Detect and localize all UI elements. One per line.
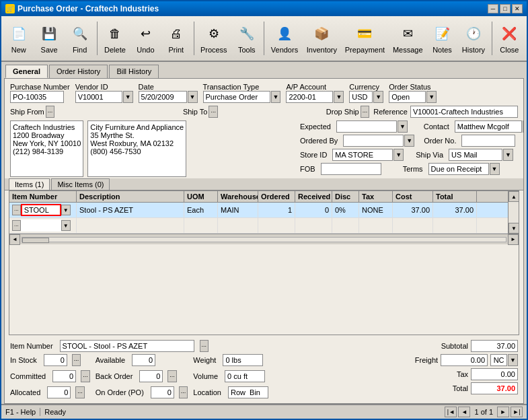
prepayment-button[interactable]: 💳 Prepayment bbox=[342, 19, 388, 58]
item-lookup-2[interactable]: ··· bbox=[12, 220, 21, 231]
ap-account-input[interactable] bbox=[286, 91, 333, 103]
item-number-input-2[interactable] bbox=[21, 219, 61, 232]
item-number-bottom-input[interactable] bbox=[60, 340, 194, 352]
delete-button[interactable]: 🗑 Delete bbox=[100, 19, 129, 58]
order-status-lookup[interactable]: ▼ bbox=[426, 91, 437, 103]
process-button[interactable]: ⚙ Process bbox=[196, 19, 231, 58]
grid-vscrollbar[interactable]: ▲ ▼ bbox=[508, 191, 519, 234]
history-button[interactable]: 🕐 History bbox=[458, 19, 488, 58]
hscroll-thumb[interactable] bbox=[22, 238, 49, 243]
ship-via-input[interactable] bbox=[449, 149, 502, 161]
in-stock-lookup[interactable]: ··· bbox=[72, 354, 81, 366]
toolbar: 📄 New 💾 Save 🔍 Find 🗑 Delete ↩ Undo 🖨 Pr… bbox=[1, 16, 527, 62]
in-stock-input[interactable] bbox=[44, 354, 67, 366]
notes-button[interactable]: 📝 Notes bbox=[428, 19, 457, 58]
delete-label: Delete bbox=[104, 46, 126, 54]
hscroll-right-btn[interactable]: ► bbox=[508, 234, 519, 245]
ordered-by-input[interactable] bbox=[343, 135, 404, 147]
nav-next[interactable]: ► bbox=[497, 407, 509, 417]
maximize-button[interactable]: □ bbox=[500, 4, 511, 13]
store-id-lookup[interactable]: ▼ bbox=[393, 149, 404, 161]
item-number-bottom-lookup[interactable]: ··· bbox=[200, 340, 209, 352]
ship-from-btn[interactable]: ··· bbox=[46, 106, 55, 118]
committed-lookup[interactable]: ··· bbox=[81, 370, 90, 382]
transaction-type-input[interactable] bbox=[203, 91, 270, 103]
allocated-lookup[interactable]: ··· bbox=[75, 386, 85, 398]
inventory-button[interactable]: 📦 Inventory bbox=[303, 19, 341, 58]
expected-lookup[interactable]: ▼ bbox=[398, 120, 408, 133]
date-input[interactable] bbox=[139, 91, 187, 103]
tab-bill-history[interactable]: Bill History bbox=[109, 65, 159, 78]
contact-input[interactable] bbox=[455, 120, 522, 133]
backorder-label: Back Order bbox=[96, 372, 133, 380]
store-id-input[interactable] bbox=[332, 149, 393, 161]
find-button[interactable]: 🔍 Find bbox=[65, 19, 94, 58]
fob-input[interactable] bbox=[321, 163, 381, 175]
location-input[interactable] bbox=[228, 386, 268, 398]
onorder-lookup[interactable]: ··· bbox=[179, 386, 188, 398]
close-window-button[interactable]: ✕ bbox=[512, 4, 523, 13]
cell-wh-2 bbox=[218, 218, 258, 233]
volume-input[interactable] bbox=[225, 370, 265, 382]
drop-ship-btn[interactable]: ··· bbox=[361, 106, 370, 118]
date-lookup[interactable]: ▼ bbox=[188, 91, 198, 103]
save-label: Save bbox=[41, 46, 58, 54]
tab-order-history[interactable]: Order History bbox=[49, 65, 108, 78]
tab-general[interactable]: General bbox=[5, 65, 48, 78]
weight-input[interactable] bbox=[223, 354, 263, 366]
onorder-input[interactable] bbox=[151, 386, 174, 398]
vendor-id-input[interactable] bbox=[75, 91, 122, 103]
items-tab-bar: Items (1) Misc Items (0) bbox=[5, 178, 523, 190]
available-input[interactable] bbox=[132, 354, 155, 366]
new-button[interactable]: 📄 New bbox=[4, 19, 33, 58]
vendor-id-lookup[interactable]: ▼ bbox=[123, 91, 133, 103]
hscroll-left-btn[interactable]: ◄ bbox=[9, 234, 20, 245]
item-number-input-1[interactable] bbox=[21, 204, 61, 216]
backorder-input[interactable] bbox=[139, 370, 163, 382]
ordered-by-lookup[interactable]: ▼ bbox=[404, 135, 414, 147]
minimize-button[interactable]: ─ bbox=[488, 4, 498, 13]
items-tab[interactable]: Items (1) bbox=[9, 178, 50, 190]
purchase-number-input[interactable] bbox=[10, 91, 64, 103]
save-button[interactable]: 💾 Save bbox=[34, 19, 63, 58]
ship-via-lookup[interactable]: ▼ bbox=[503, 149, 513, 161]
print-button[interactable]: 🖨 Print bbox=[161, 19, 190, 58]
subtotal-row: Subtotal bbox=[410, 340, 518, 352]
nav-last[interactable]: ►| bbox=[511, 407, 523, 417]
terms-lookup[interactable]: ▼ bbox=[490, 163, 500, 175]
scroll-up-btn[interactable]: ▲ bbox=[508, 191, 519, 202]
item-dropdown-1[interactable]: ▼ bbox=[61, 205, 71, 215]
close-button[interactable]: ❌ Close bbox=[495, 19, 524, 58]
vendors-button[interactable]: 👤 Vendors bbox=[267, 19, 301, 58]
undo-button[interactable]: ↩ Undo bbox=[131, 19, 160, 58]
freight-code-lookup[interactable]: ▼ bbox=[508, 354, 518, 366]
order-no-input[interactable] bbox=[461, 135, 515, 147]
nav-first[interactable]: |◄ bbox=[445, 407, 457, 417]
tools-button[interactable]: 🔧 Tools bbox=[232, 19, 261, 58]
nav-prev[interactable]: ◄ bbox=[458, 407, 470, 417]
committed-input[interactable] bbox=[52, 370, 76, 382]
item-lookup-1[interactable]: ··· bbox=[12, 205, 21, 215]
order-status-input[interactable] bbox=[389, 91, 426, 103]
expected-input[interactable] bbox=[336, 120, 397, 133]
subtotal-value[interactable] bbox=[471, 340, 518, 352]
message-button[interactable]: ✉ Message bbox=[389, 19, 426, 58]
currency-input[interactable] bbox=[349, 91, 373, 103]
misc-items-tab[interactable]: Misc Items (0) bbox=[51, 178, 110, 190]
ship-via-label: Ship Via bbox=[416, 151, 443, 159]
terms-input[interactable] bbox=[428, 163, 489, 175]
contact-lookup[interactable]: ▼ bbox=[523, 120, 524, 133]
total-value[interactable] bbox=[471, 382, 518, 394]
ship-to-btn[interactable]: ··· bbox=[209, 106, 218, 118]
tax-value[interactable] bbox=[471, 368, 518, 380]
freight-code-input[interactable] bbox=[490, 354, 507, 366]
allocated-input[interactable] bbox=[47, 386, 71, 398]
reference-input[interactable] bbox=[410, 106, 518, 118]
currency-lookup[interactable]: ▼ bbox=[373, 91, 383, 103]
transaction-type-lookup[interactable]: ▼ bbox=[271, 91, 281, 103]
ap-account-lookup[interactable]: ▼ bbox=[334, 91, 344, 103]
freight-value[interactable] bbox=[441, 354, 488, 366]
item-dropdown-2[interactable]: ▼ bbox=[61, 220, 71, 231]
scroll-down-btn[interactable]: ▼ bbox=[508, 223, 519, 234]
backorder-lookup[interactable]: ··· bbox=[167, 370, 177, 382]
